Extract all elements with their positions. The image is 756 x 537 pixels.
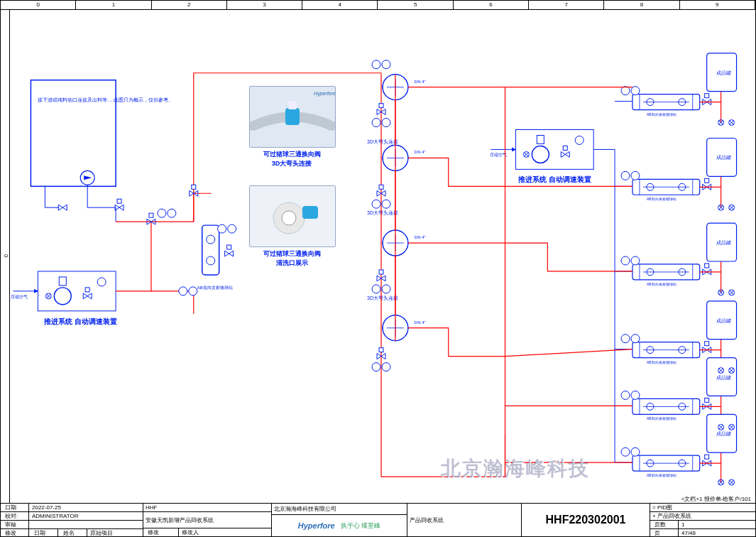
source-tank <box>31 80 116 187</box>
prop-sys-label-2: 推进系统 自动调速装置 <box>517 175 591 183</box>
svg-text:AB双向发射猪球站: AB双向发射猪球站 <box>647 112 676 116</box>
svg-text:AB双向发射猪球站: AB双向发射猪球站 <box>647 282 676 286</box>
drawing-sheet: 0123456789 0 <box>0 0 756 537</box>
svg-point-37 <box>282 211 296 225</box>
svg-text:成品罐: 成品罐 <box>716 155 731 160</box>
svg-text:成品罐: 成品罐 <box>716 318 731 323</box>
prop-sys-label-1: 推进系统 自动调速装置 <box>43 318 117 325</box>
regulator-2 <box>515 130 593 170</box>
elbow-label-2: 3D大弯头连接 <box>367 210 398 215</box>
svg-text:成品罐: 成品罐 <box>716 431 731 436</box>
logo: Hyperfore <box>298 521 335 530</box>
svg-text:AB双向发射猪球站: AB双向发射猪球站 <box>647 360 676 364</box>
photo-3d-elbow: Hyperfore <box>249 86 336 148</box>
center-manifold <box>381 73 505 477</box>
svg-rect-38 <box>302 206 318 219</box>
svg-text:AB双向发射猪球站: AB双向发射猪球站 <box>647 473 676 477</box>
pig-launcher-vert <box>202 225 219 275</box>
launcher-label-v: AB双向发射猪球站 <box>197 286 233 290</box>
svg-text:AB双向发射猪球站: AB双向发射猪球站 <box>647 416 676 421</box>
svg-text:AB双向发射猪球站: AB双向发射猪球站 <box>647 197 676 201</box>
tank-note: 接下游或纯料动口连接及出料等… 此图只为概示，仅供参考。 <box>38 97 173 103</box>
launcher-rows <box>621 87 711 471</box>
svg-text:DN 4": DN 4" <box>415 80 426 84</box>
company-name: 北京瀚海峰科技有限公司 <box>274 505 336 513</box>
page-number: 47/48 <box>681 530 696 536</box>
svg-rect-12 <box>202 225 219 275</box>
product-tanks: 成品罐 成品罐 成品罐 成品罐 成品罐 成品罐 <box>707 53 737 452</box>
svg-text:DN 4": DN 4" <box>415 150 426 154</box>
launcher-labels: AB双向发射猪球站 AB双向发射猪球站 AB双向发射猪球站 AB双向发射猪球站 … <box>647 112 676 478</box>
svg-text:DN 4": DN 4" <box>415 235 426 239</box>
svg-rect-32 <box>285 108 300 125</box>
pid-svg: 接下游或纯料动口连接及出料等… 此图只为概示，仅供参考。 推进系统 自动调速装置… <box>9 9 755 504</box>
threeway-specs: DN 4" DN 4" DN 4" DN 4" <box>415 80 426 325</box>
air-in-label-2: 压缩空气 <box>490 152 507 157</box>
regulator-1 <box>38 271 116 311</box>
svg-text:成品罐: 成品罐 <box>716 70 731 75</box>
drawing-number: HHF220302001 <box>546 514 626 526</box>
air-in-label-1: 压缩空气 <box>11 294 28 299</box>
drawing-title: 产品回收系统 <box>410 516 444 524</box>
svg-text:成品罐: 成品罐 <box>716 240 731 245</box>
pid-canvas: 接下游或纯料动口连接及出料等… 此图只为概示，仅供参考。 推进系统 自动调速装置… <box>9 9 755 504</box>
svg-text:Hyperfore: Hyperfore <box>314 91 335 97</box>
svg-text:成品罐: 成品罐 <box>716 375 731 380</box>
elbow-label-1: 3D大弯头连接 <box>367 139 398 144</box>
photo2-caption: 可过猪球三通换向阀 清洗口展示 <box>249 249 334 268</box>
photo1-caption: 可过猪球三通换向阀 3D大弯头连接 <box>249 150 334 168</box>
air-header-right <box>593 102 632 463</box>
title-block: 日期2022-07-25 校对:ADMINISTRATOR 审核 修改日期姓名原… <box>1 503 755 536</box>
sheet-path: =文档+1 报价单-给客户/101 <box>681 495 751 503</box>
photo-cleanport <box>249 185 336 247</box>
svg-text:DN 4": DN 4" <box>415 320 426 325</box>
svg-rect-33 <box>288 101 297 109</box>
elbow-label-3: 3D大弯头连接 <box>367 295 398 300</box>
